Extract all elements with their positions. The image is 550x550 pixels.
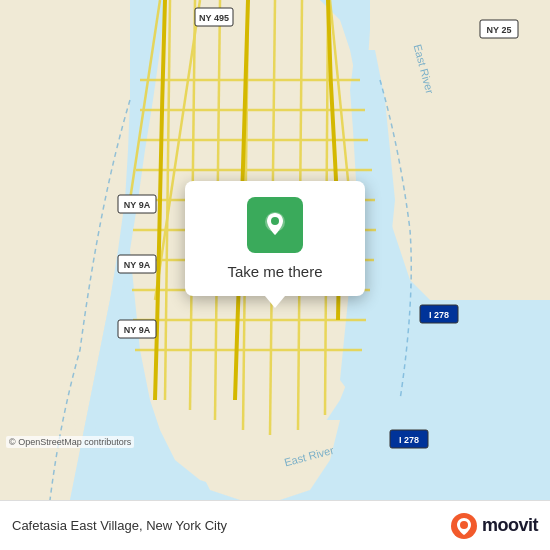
svg-text:NY 9A: NY 9A bbox=[124, 200, 151, 210]
svg-text:NY 9A: NY 9A bbox=[124, 325, 151, 335]
svg-text:I 278: I 278 bbox=[429, 310, 449, 320]
copyright-text: © OpenStreetMap contributors bbox=[6, 436, 134, 448]
map-container: NY 495 NY 9A NY 9A NY 9A NY 25 I 278 I 2… bbox=[0, 0, 550, 500]
popup-card[interactable]: Take me there bbox=[185, 181, 365, 296]
svg-point-47 bbox=[460, 521, 468, 529]
location-label: Cafetasia East Village, New York City bbox=[12, 518, 227, 533]
svg-marker-4 bbox=[0, 400, 80, 500]
svg-point-45 bbox=[271, 217, 279, 225]
location-pin-icon bbox=[247, 197, 303, 253]
footer-bar: Cafetasia East Village, New York City mo… bbox=[0, 500, 550, 550]
take-me-there-button[interactable]: Take me there bbox=[227, 263, 322, 280]
svg-text:NY 25: NY 25 bbox=[487, 25, 512, 35]
svg-text:NY 9A: NY 9A bbox=[124, 260, 151, 270]
moovit-logo-icon bbox=[450, 512, 478, 540]
svg-text:NY 495: NY 495 bbox=[199, 13, 229, 23]
svg-text:I 278: I 278 bbox=[399, 435, 419, 445]
moovit-logo: moovit bbox=[450, 512, 538, 540]
moovit-brand-text: moovit bbox=[482, 515, 538, 536]
